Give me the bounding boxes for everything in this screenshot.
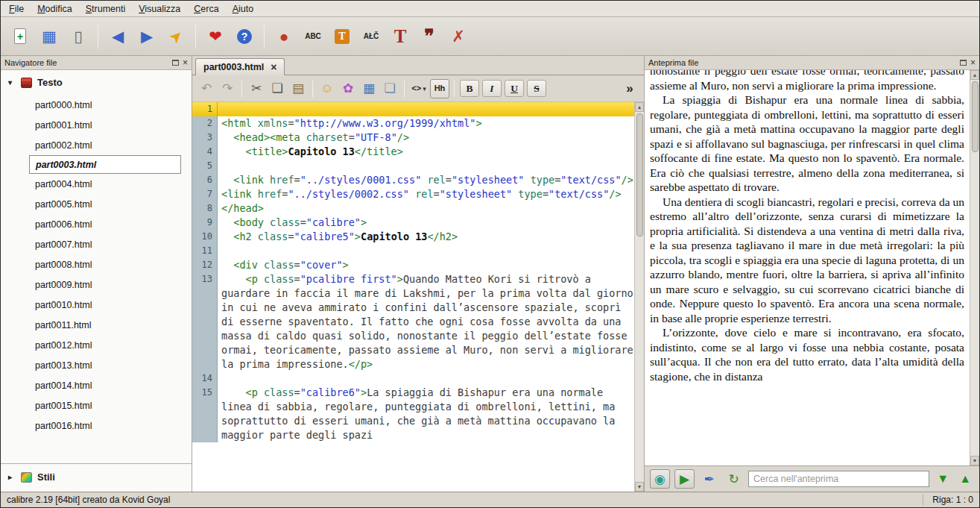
code-line[interactable]: 14 [192,371,634,386]
special-character-icon[interactable]: ✿ [338,79,358,98]
redo-icon[interactable]: ↷ [218,79,237,98]
insert-image-icon[interactable]: ▦ [359,79,379,98]
title-case-icon[interactable]: T [387,22,414,51]
file-item[interactable]: part0004.html [1,174,192,194]
menu-file[interactable]: File [2,1,31,16]
code-line[interactable]: 9 <body class="calibre"> [192,216,634,230]
file-item[interactable]: part0003.html [29,155,181,174]
code-line[interactable]: 5 [192,159,634,173]
underline-button[interactable]: U [505,80,524,97]
tree-section-testo[interactable]: ▾ Testo [1,70,192,93]
menu-strumenti[interactable]: Strumenti [79,1,133,16]
insert-tag-icon[interactable]: <>▾ [409,79,429,98]
save-icon[interactable]: ▦ [36,22,63,51]
file-item[interactable]: part0005.html [1,194,192,214]
check-book-icon[interactable]: ● [271,22,297,51]
code-line[interactable]: 4 <title>Capitolo 13</title> [192,145,634,159]
back-icon[interactable]: ◀ [104,22,131,51]
code-editor[interactable]: 12<html xmlns="http://www.w3.org/1999/xh… [192,102,644,492]
file-item[interactable]: part0014.html [1,375,192,395]
code-line[interactable]: 1 [192,102,634,116]
menu-visualizza[interactable]: Visualizza [132,1,187,16]
insert-special-char-icon[interactable]: T [329,22,355,51]
file-item[interactable]: part0010.html [1,295,192,315]
code-line[interactable]: 3 <head><meta charset="UTF-8"/> [192,131,634,145]
preview-search-input[interactable] [748,471,929,487]
code-line[interactable]: 7<link href="../styles/0002.css" rel="st… [192,187,634,201]
file-item[interactable]: part0000.html [1,95,192,115]
change-case-icon[interactable]: AŁČ [358,22,385,51]
scrollbar-thumb[interactable] [972,81,979,152]
editor-scrollbar[interactable]: ▲ ▼ [634,102,644,492]
close-panel-icon[interactable]: × [183,58,188,67]
file-item[interactable]: part0012.html [1,335,192,355]
tab-part0003[interactable]: part0003.html × [195,58,285,75]
preview-scrollbar[interactable]: ▲ ▼ [970,70,979,465]
insert-heading-icon[interactable]: Hh [430,79,449,98]
collapse-triangle-icon[interactable]: ▸ [8,473,16,481]
scroll-up-icon[interactable]: ▲ [635,102,644,112]
bold-button: B [466,84,472,94]
code-line[interactable]: 2<html xmlns="http://www.w3.org/1999/xht… [192,116,634,131]
goto-location-icon[interactable]: ➤ [162,22,189,51]
editor-toolbar: ↶↷✂❏▤☺✿▦❏<>▾HhBIUS» [192,75,644,102]
file-item[interactable]: part0002.html [1,135,192,155]
send-to-device-icon[interactable]: ▯ [65,22,92,51]
file-item[interactable]: part0016.html [1,416,192,436]
scroll-down-icon[interactable]: ▼ [970,456,979,465]
scrollbar-thumb[interactable] [636,113,643,236]
code-line[interactable]: 12 <div class="cover"> [192,258,634,272]
scroll-down-icon[interactable]: ▼ [635,482,644,492]
file-item[interactable]: part0008.html [1,254,192,275]
code-line[interactable]: 10 <h2 class="calibre5">Capitolo 13</h2> [192,230,634,244]
scroll-up-icon[interactable]: ▲ [970,70,979,80]
file-item[interactable]: part0001.html [1,115,192,135]
italic-button[interactable]: I [482,80,502,97]
bold-button[interactable]: B [460,80,479,97]
donate-icon[interactable]: ❤ [202,22,229,51]
new-file-icon[interactable]: + [7,22,34,51]
float-panel-icon[interactable] [960,60,967,66]
spell-check-icon[interactable]: ABC [300,22,326,51]
code-line[interactable]: 15 <p class="calibre6">La spiaggia di Bi… [192,386,634,442]
menu-aiuto[interactable]: Aiuto [226,1,261,16]
menu-cerca[interactable]: Cerca [187,1,225,16]
paste-icon[interactable]: ▤ [288,79,308,98]
find-prev-icon[interactable]: ▲ [959,472,971,486]
refresh-icon[interactable]: ↻ [724,469,744,489]
strike-button[interactable]: S [527,80,546,97]
preview-wrap: nonostante il peggio dell’estate fosse o… [645,69,979,465]
smart-quotes-icon[interactable]: ❞ [416,22,443,51]
tab-close-icon[interactable]: × [271,62,276,72]
tree-section-stili[interactable]: ▸ Stili [1,463,192,492]
find-next-icon[interactable]: ▼ [937,472,949,486]
help-icon[interactable]: ? [231,22,258,51]
code-line[interactable]: 8</head> [192,201,634,216]
menu-modifica[interactable]: Modifica [31,1,79,16]
file-item[interactable]: part0011.html [1,315,192,335]
code-line[interactable]: 6 <link href="../styles/0001.css" rel="s… [192,173,634,187]
fix-html-icon[interactable]: ✗ [445,22,472,51]
code-line[interactable]: 13 <p class="pcalibre first">Quando Matt… [192,272,634,371]
cut-icon[interactable]: ✂ [247,79,266,98]
compare-icon[interactable]: ❏ [380,79,399,98]
undo-icon[interactable]: ↶ [197,79,216,98]
toolbar-overflow-icon[interactable]: » [620,79,639,98]
file-item[interactable]: part0007.html [1,234,192,254]
file-item[interactable]: part0015.html [1,395,192,416]
preview-title: Anteprima file [648,58,698,67]
forward-icon[interactable]: ▶ [133,22,160,51]
float-panel-icon[interactable] [172,60,179,66]
file-item[interactable]: part0013.html [1,355,192,375]
close-panel-icon[interactable]: × [970,58,976,67]
arrange-file-icon[interactable]: ☺ [317,79,337,98]
code-line[interactable]: 11 [192,244,634,258]
file-item[interactable]: part0006.html [1,214,192,234]
follow-cursor-icon[interactable]: ✒ [699,469,719,489]
expand-triangle-icon[interactable]: ▾ [8,78,16,87]
copy-icon[interactable]: ❏ [268,79,287,98]
play-icon[interactable]: ▶ [674,469,695,489]
live-preview-icon[interactable]: ◉ [650,469,670,489]
code-text: <html xmlns="http://www.w3.org/1999/xhtm… [218,116,634,131]
file-item[interactable]: part0009.html [1,275,192,295]
